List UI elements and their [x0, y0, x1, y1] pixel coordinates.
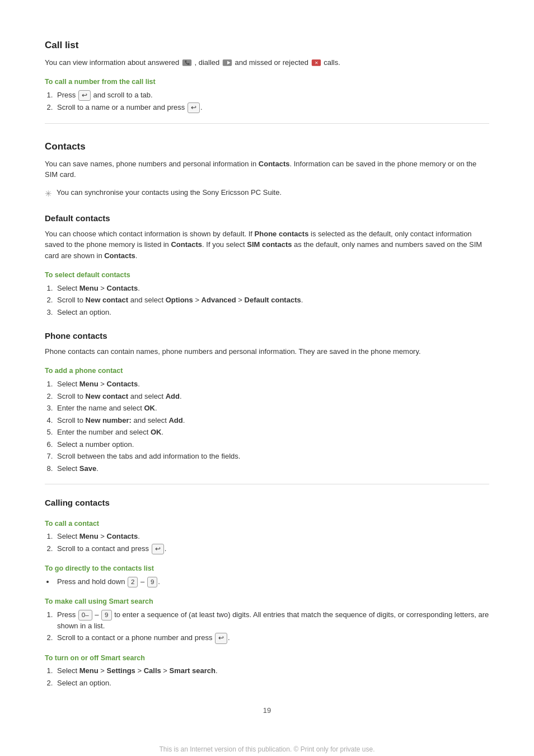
phone-step-1: Select Menu > Contacts. [55, 379, 489, 390]
smart-search-step-1: Press 0– – 9 to enter a sequence of (at … [55, 609, 489, 632]
default-step-1: Select Menu > Contacts. [55, 283, 489, 294]
contacts-tip-box: ✳ You can synchronise your contacts usin… [45, 187, 489, 200]
calllist-step-1: Press ↩ and scroll to a tab. [55, 90, 489, 101]
call-contact-heading: To call a contact [45, 519, 489, 529]
go-directly-steps: Press and hold down 2 – 9. [55, 576, 489, 587]
phone-step-7: Scroll between the tabs and add informat… [55, 451, 489, 462]
calllist-intro-mid2: and missed or rejected [235, 58, 310, 67]
answered-call-icon: 📞 [182, 59, 192, 67]
calllist-section: Call list You can view information about… [45, 38, 489, 113]
dialled-call-icon [222, 59, 232, 67]
turn-on-off-subsection: To turn on or off Smart search Select Me… [45, 653, 489, 689]
phone-contacts-steps: Select Menu > Contacts. Scroll to New co… [55, 379, 489, 474]
turn-on-off-heading: To turn on or off Smart search [45, 653, 489, 664]
calllist-intro: You can view information about answered … [45, 57, 489, 68]
call-contact-step-2: Scroll to a contact and press ↩. [55, 543, 489, 554]
phone-step-6: Select a number option. [55, 439, 489, 450]
contacts-section: Contacts You can save names, phone numbe… [45, 139, 489, 474]
divider-1 [45, 123, 489, 124]
call-contact-subsection: To call a contact Select Menu > Contacts… [45, 519, 489, 554]
smart-search-heading: To make call using Smart search [45, 596, 489, 607]
turn-on-off-steps: Select Menu > Settings > Calls > Smart s… [55, 665, 489, 688]
smart-search-step-2: Scroll to a contact or a phone number an… [55, 632, 489, 643]
go-directly-subsection: To go directly to the contacts list Pres… [45, 563, 489, 587]
calllist-step-2: Scroll to a name or a number and press ↩… [55, 102, 489, 113]
add-phone-contact-heading: To add a phone contact [45, 366, 489, 376]
phone-step-2: Scroll to New contact and select Add. [55, 391, 489, 402]
default-contacts-subsection: Default contacts You can choose which co… [45, 212, 489, 318]
go-directly-heading: To go directly to the contacts list [45, 563, 489, 574]
page-footer: This is an Internet version of this publ… [45, 744, 489, 754]
go-directly-step-1: Press and hold down 2 – 9. [55, 576, 489, 587]
missed-call-icon: ✕ [311, 59, 321, 67]
calllist-intro-text: You can view information about answered [45, 58, 181, 67]
smart-search-call-key: ↩ [215, 633, 227, 643]
turn-on-off-step-2: Select an option. [55, 678, 489, 689]
phone-contacts-intro: Phone contacts can contain names, phone … [45, 346, 489, 357]
key-0: 0– [78, 610, 92, 620]
default-contacts-steps: Select Menu > Contacts. Scroll to New co… [55, 283, 489, 318]
default-contacts-intro: You can choose which contact information… [45, 228, 489, 262]
phone-step-4: Scroll to New number: and select Add. [55, 415, 489, 426]
key-2: 2 [128, 577, 138, 587]
phone-contacts-title: Phone contacts [45, 330, 489, 343]
default-step-3: Select an option. [55, 307, 489, 318]
svg-text:✕: ✕ [314, 60, 318, 66]
smart-search-subsection: To make call using Smart search Press 0–… [45, 596, 489, 644]
key-9b: 9 [101, 610, 111, 620]
phone-step-8: Select Save. [55, 463, 489, 474]
phone-step-5: Enter the number and select OK. [55, 427, 489, 438]
phone-contacts-subsection: Phone contacts Phone contacts can contai… [45, 330, 489, 474]
call-contact-step-1: Select Menu > Contacts. [55, 531, 489, 542]
call-contact-steps: Select Menu > Contacts. Scroll to a cont… [55, 531, 489, 554]
call-key-2: ↩ [188, 102, 200, 113]
contacts-title: Contacts [45, 139, 489, 154]
contacts-intro: You can save names, phone numbers and pe… [45, 158, 489, 180]
default-step-2: Scroll to New contact and select Options… [55, 295, 489, 306]
tip-icon: ✳ [45, 188, 52, 200]
svg-text:📞: 📞 [184, 60, 190, 66]
calling-contacts-title: Calling contacts [45, 497, 489, 510]
call-key-1: ↩ [78, 90, 91, 101]
page-number: 19 [45, 705, 489, 716]
contacts-tip-text: You can synchronise your contacts using … [57, 187, 282, 198]
turn-on-off-step-1: Select Menu > Settings > Calls > Smart s… [55, 665, 489, 676]
key-9: 9 [147, 577, 157, 587]
default-contacts-heading: To select default contacts [45, 270, 489, 281]
default-contacts-title: Default contacts [45, 212, 489, 225]
calling-section: Calling contacts To call a contact Selec… [45, 497, 489, 688]
smart-search-steps: Press 0– – 9 to enter a sequence of (at … [55, 609, 489, 644]
phone-step-3: Enter the name and select OK. [55, 403, 489, 414]
calllist-subheading: To call a number from the call list [45, 77, 489, 87]
calllist-steps-list: Press ↩ and scroll to a tab. Scroll to a… [55, 90, 489, 113]
calllist-title: Call list [45, 38, 489, 53]
calllist-intro-mid1: , dialled [194, 58, 221, 67]
calllist-intro-end: calls. [324, 58, 340, 67]
call-contact-key: ↩ [152, 544, 164, 554]
divider-2 [45, 484, 489, 484]
